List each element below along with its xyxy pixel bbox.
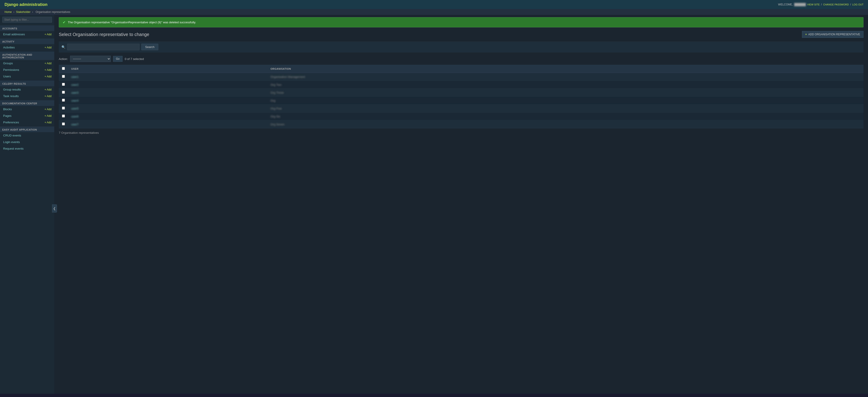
sidebar-item-request-events[interactable]: Request events	[0, 145, 54, 152]
sidebar-item-blocks[interactable]: Blocks + Add	[0, 106, 54, 113]
sidebar-item-groups[interactable]: Groups + Add	[0, 60, 54, 66]
select-all-checkbox[interactable]	[62, 67, 65, 70]
cell-user: user4	[68, 97, 267, 105]
cell-organisation: Org Six	[267, 113, 864, 120]
sidebar-item-login-events[interactable]: Login events	[0, 139, 54, 145]
user-link[interactable]: user5	[71, 107, 79, 110]
page-title-row: Select Organisation representative to ch…	[59, 31, 864, 38]
breadcrumb-home[interactable]: Home	[4, 10, 12, 13]
sidebar-filter-input[interactable]	[2, 17, 52, 23]
sidebar-section-auth: AUTHENTICATION AND AUTHORIZATION	[0, 52, 54, 60]
sidebar-section-activity: ACTIVITY	[0, 38, 54, 44]
sidebar-item-permissions[interactable]: Permissions + Add	[0, 66, 54, 73]
user-info: WELCOME, ██████ VIEW SITE / CHANGE PASSW…	[778, 3, 864, 6]
table-header: USER ORGANISATION	[59, 65, 864, 73]
page-title: Select Organisation representative to ch…	[59, 32, 149, 37]
add-activities-link[interactable]: + Add	[44, 46, 52, 49]
search-button[interactable]: Search	[141, 44, 158, 50]
add-blocks-link[interactable]: + Add	[44, 108, 52, 111]
user-link[interactable]: user2	[71, 83, 79, 86]
site-title[interactable]: Django administration	[4, 2, 48, 7]
user-link[interactable]: user3	[71, 91, 79, 94]
username: ██████	[794, 3, 806, 6]
add-organisation-representative-button[interactable]: + ADD ORGANISATION REPRESENTATIVE	[802, 31, 864, 38]
row-checkbox[interactable]	[62, 107, 65, 110]
success-icon: ✔	[63, 20, 66, 24]
cell-user: user3	[68, 89, 267, 97]
cell-organisation: Org Seven	[267, 120, 864, 128]
sidebar-item-group-results[interactable]: Group results + Add	[0, 86, 54, 93]
table-row: user3Org Three	[59, 89, 864, 97]
selected-count: 0 of 7 selected	[125, 57, 144, 61]
row-checkbox[interactable]	[62, 91, 65, 94]
cell-user: user1	[68, 73, 267, 81]
sidebar-item-users[interactable]: Users + Add	[0, 73, 54, 80]
sidebar-item-pages[interactable]: Pages + Add	[0, 113, 54, 119]
row-checkbox[interactable]	[62, 115, 65, 117]
cell-organisation: Org Five	[267, 105, 864, 113]
table-body: user1Organisation Managementuser2Org Two…	[59, 73, 864, 128]
cell-user: user2	[68, 81, 267, 89]
sidebar-section-docs: DOCUMENTATION CENTER	[0, 100, 54, 106]
table-header-organisation[interactable]: ORGANISATION	[267, 65, 864, 73]
row-checkbox[interactable]	[62, 83, 65, 86]
user-link[interactable]: user6	[71, 115, 79, 118]
table-row: user4Org	[59, 97, 864, 105]
view-site-link[interactable]: VIEW SITE	[807, 3, 820, 6]
sidebar-collapse-button[interactable]: ❮	[52, 204, 57, 212]
sidebar: ACCOUNTS Email addresses + Add ACTIVITY …	[0, 15, 54, 394]
table-row: user5Org Five	[59, 105, 864, 113]
cell-organisation: Organisation Management	[267, 73, 864, 81]
action-label: Action:	[59, 57, 68, 61]
cell-user: user5	[68, 105, 267, 113]
table-header-user[interactable]: USER	[68, 65, 267, 73]
table-row: user7Org Seven	[59, 120, 864, 128]
action-go-button[interactable]: Go	[113, 56, 123, 62]
cell-organisation: Org	[267, 97, 864, 105]
sidebar-filter-container	[0, 15, 54, 24]
breadcrumbs: Home › Stakeholder › Organisation repres…	[0, 9, 868, 15]
header: Django administration WELCOME, ██████ VI…	[0, 0, 868, 9]
breadcrumb-section[interactable]: Stakeholder	[16, 10, 31, 13]
action-bar: Action: --------- Go 0 of 7 selected	[59, 56, 864, 62]
sidebar-item-email-addresses[interactable]: Email addresses + Add	[0, 31, 54, 37]
sidebar-item-activities[interactable]: Activities + Add	[0, 44, 54, 51]
row-checkbox[interactable]	[62, 122, 65, 125]
user-link[interactable]: user4	[71, 99, 79, 102]
add-task-results-link[interactable]: + Add	[44, 94, 52, 98]
add-permissions-link[interactable]: + Add	[44, 68, 52, 72]
search-icon: 🔍	[62, 45, 65, 49]
log-out-link[interactable]: LOG OUT	[852, 3, 864, 6]
sidebar-section-audit: EASY AUDIT APPLICATION	[0, 126, 54, 132]
cell-user: user7	[68, 120, 267, 128]
success-message: ✔ The Organisation representative "Organ…	[59, 17, 864, 27]
cell-organisation: Org Three	[267, 89, 864, 97]
main-layout: ACCOUNTS Email addresses + Add ACTIVITY …	[0, 15, 868, 394]
user-link[interactable]: user1	[71, 75, 79, 79]
table-header-checkbox-col	[59, 65, 68, 73]
table-row: user2Org Two	[59, 81, 864, 89]
search-input[interactable]	[67, 44, 140, 50]
main-content: ✔ The Organisation representative "Organ…	[54, 15, 868, 394]
sidebar-item-crud-events[interactable]: CRUD events	[0, 132, 54, 139]
row-checkbox[interactable]	[62, 75, 65, 78]
sidebar-item-task-results[interactable]: Task results + Add	[0, 93, 54, 100]
cell-user: user6	[68, 113, 267, 120]
user-link[interactable]: user7	[71, 123, 79, 126]
add-groups-link[interactable]: + Add	[44, 62, 52, 65]
welcome-text: WELCOME,	[778, 3, 793, 6]
change-password-link[interactable]: CHANGE PASSWORD	[823, 3, 849, 6]
cell-organisation: Org Two	[267, 81, 864, 89]
add-email-addresses-link[interactable]: + Add	[44, 33, 52, 36]
add-pages-link[interactable]: + Add	[44, 114, 52, 117]
add-group-results-link[interactable]: + Add	[44, 88, 52, 91]
action-select[interactable]: ---------	[70, 56, 111, 62]
breadcrumb-current: Organisation representatives	[35, 10, 70, 13]
add-users-link[interactable]: + Add	[44, 75, 52, 78]
success-message-text: The Organisation representative "Organis…	[68, 21, 196, 24]
row-checkbox[interactable]	[62, 99, 65, 102]
table-row: user1Organisation Management	[59, 73, 864, 81]
sidebar-section-accounts: ACCOUNTS	[0, 25, 54, 31]
add-preferences-link[interactable]: + Add	[44, 121, 52, 124]
sidebar-item-preferences[interactable]: Preferences + Add	[0, 119, 54, 125]
